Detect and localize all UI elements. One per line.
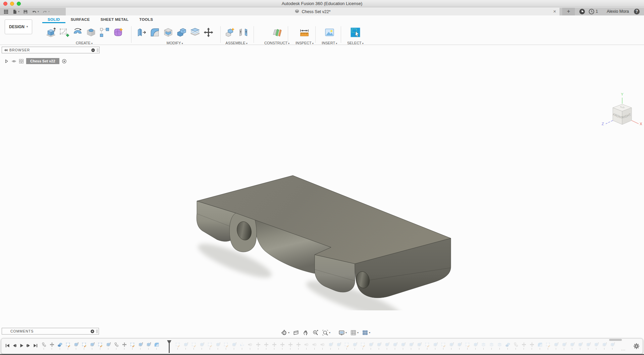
extensions-icon[interactable] [579, 8, 585, 15]
dropdown-caret-icon[interactable]: ▾ [312, 42, 314, 45]
timeline-feature-move-icon[interactable] [279, 342, 285, 350]
panel-drag-grip[interactable] [97, 48, 98, 52]
timeline-feature-extrude-icon[interactable] [328, 342, 333, 350]
selected-component-label[interactable]: Chess Set v22 [26, 58, 59, 64]
look-at-icon[interactable] [292, 329, 300, 337]
play-button[interactable] [19, 343, 24, 350]
timeline-feature-extrude-icon[interactable] [609, 342, 615, 350]
timeline-feature-extrude-icon[interactable] [569, 342, 575, 350]
timeline-feature-split-icon[interactable] [489, 342, 494, 350]
timeline-feature-joint-icon[interactable] [304, 342, 309, 350]
move-button[interactable] [202, 26, 214, 39]
timeline-feature-sketch-icon[interactable] [97, 342, 103, 350]
pattern-button[interactable] [98, 26, 110, 39]
group-label-select[interactable]: SELECT▾ [347, 41, 364, 45]
hole-button[interactable] [85, 26, 97, 39]
construct-plane-button[interactable] [271, 26, 283, 39]
expand-triangle-icon[interactable] [4, 59, 9, 64]
browser-panel-header[interactable]: BROWSER [2, 47, 100, 53]
select-button[interactable] [349, 26, 361, 39]
timeline-feature-extrude-icon[interactable] [561, 342, 567, 350]
group-label-modify[interactable]: MODIFY▾ [135, 41, 214, 45]
timeline-feature-extrude-icon[interactable] [138, 342, 143, 350]
comments-panel-header[interactable]: COMMENTS [2, 328, 99, 335]
timeline-feature-extrude-icon[interactable] [384, 342, 390, 350]
dropdown-caret-icon[interactable]: ▾ [336, 42, 337, 45]
timeline-feature-extrude-icon[interactable] [352, 342, 358, 350]
timeline-feature-extrude-icon[interactable] [448, 342, 454, 350]
timeline-feature-extrude-icon[interactable] [585, 342, 591, 350]
dropdown-caret-icon[interactable]: ▾ [18, 10, 19, 13]
timeline-feature-sketch-icon[interactable] [545, 342, 551, 350]
remove-panel-icon[interactable] [91, 48, 95, 52]
timeline-feature-move-icon[interactable] [521, 342, 527, 350]
timeline-feature-extrude-icon[interactable] [601, 342, 607, 350]
timeline-feature-fillet-icon[interactable] [154, 342, 159, 350]
timeline-feature-move-icon[interactable] [287, 342, 293, 350]
shell-button[interactable] [162, 26, 174, 39]
workspace-tab-solid[interactable]: SOLID [42, 16, 65, 23]
timeline-feature-extrude-icon[interactable] [146, 342, 151, 350]
skip-start-button[interactable] [5, 343, 10, 350]
dropdown-caret-icon[interactable]: ▾ [48, 10, 50, 13]
timeline-settings-gear-icon[interactable] [633, 343, 640, 351]
step-forward-button[interactable] [26, 343, 31, 350]
document-tab[interactable]: Chess Set v22* × [66, 8, 559, 15]
viewports-icon[interactable]: ▾ [361, 329, 371, 337]
close-tab-icon[interactable]: × [553, 8, 556, 15]
browser-tree-item[interactable]: Chess Set v22 [4, 58, 67, 64]
timeline-feature-split-icon[interactable] [497, 342, 502, 350]
group-label-inspect[interactable]: INSPECT▾ [296, 41, 314, 45]
timeline-feature-extrude-icon[interactable] [376, 342, 382, 350]
timeline-feature-sketch-icon[interactable] [175, 342, 180, 350]
timeline-feature-combine-icon[interactable] [505, 342, 511, 350]
redo-button[interactable]: ▾ [41, 8, 51, 15]
timeline-feature-extrude-icon[interactable] [336, 342, 341, 350]
dropdown-caret-icon[interactable]: ▾ [357, 332, 359, 334]
new-component-button[interactable] [224, 26, 236, 39]
workspace-tab-surface[interactable]: SURFACE [65, 16, 95, 23]
timeline-feature-extrude-icon[interactable] [593, 342, 599, 350]
dropdown-caret-icon[interactable]: ▾ [345, 332, 347, 334]
timeline-feature-move-icon[interactable] [271, 342, 277, 350]
user-account-button[interactable]: Alexio Mora [604, 8, 632, 15]
fillet-button[interactable] [149, 26, 161, 39]
timeline-feature-move-icon[interactable] [121, 342, 127, 350]
add-comment-icon[interactable] [90, 329, 95, 334]
timeline-feature-extrude-icon[interactable] [89, 342, 95, 350]
timeline-feature-sketch-icon[interactable] [65, 342, 71, 350]
view-cube[interactable]: Y TOP FRONT RIGHT Z X [594, 87, 644, 131]
insert-image-button[interactable] [323, 26, 335, 39]
zoom-icon[interactable] [312, 329, 319, 337]
timeline-feature-sketch-icon[interactable] [465, 342, 470, 350]
timeline-feature-joint-icon[interactable] [312, 342, 317, 350]
joint-button[interactable] [237, 26, 249, 39]
timeline-feature-component-icon[interactable] [41, 342, 47, 350]
timeline-feature-extrude-icon[interactable] [457, 342, 462, 350]
timeline-feature-move-icon[interactable] [529, 342, 535, 350]
skip-end-button[interactable] [33, 343, 38, 350]
split-body-button[interactable] [189, 26, 201, 39]
dropdown-caret-icon[interactable]: ▾ [288, 332, 289, 334]
timeline-feature-move-icon[interactable] [296, 342, 301, 350]
dropdown-caret-icon[interactable]: ▾ [329, 332, 330, 334]
timeline-feature-extrude-icon[interactable] [199, 342, 205, 350]
group-label-construct[interactable]: CONSTRUCT▾ [264, 41, 289, 45]
group-label-create[interactable]: CREATE▾ [45, 41, 124, 45]
timeline-feature-extrude-icon[interactable] [473, 342, 478, 350]
timeline-feature-extrude-icon[interactable] [73, 342, 79, 350]
timeline-feature-extrude-icon[interactable] [416, 342, 422, 350]
extrude-button[interactable] [45, 26, 57, 39]
undo-button[interactable]: ▾ [30, 8, 40, 15]
grid-settings-icon[interactable]: ▾ [350, 329, 359, 337]
fit-icon[interactable]: ▾ [321, 329, 331, 337]
timeline-feature-extrude-icon[interactable] [553, 342, 559, 350]
combine-button[interactable] [175, 26, 187, 39]
workspace-tab-sheet-metal[interactable]: SHEET METAL [95, 16, 134, 23]
revolve-button[interactable] [71, 26, 84, 39]
timeline-feature-extrude-icon[interactable] [368, 342, 374, 350]
pan-icon[interactable] [302, 329, 310, 337]
viewport-canvas[interactable]: BROWSER Chess Set v22 Y TOP [0, 45, 644, 355]
timeline-feature-split-icon[interactable] [481, 342, 486, 350]
app-grid-button[interactable] [2, 8, 10, 15]
